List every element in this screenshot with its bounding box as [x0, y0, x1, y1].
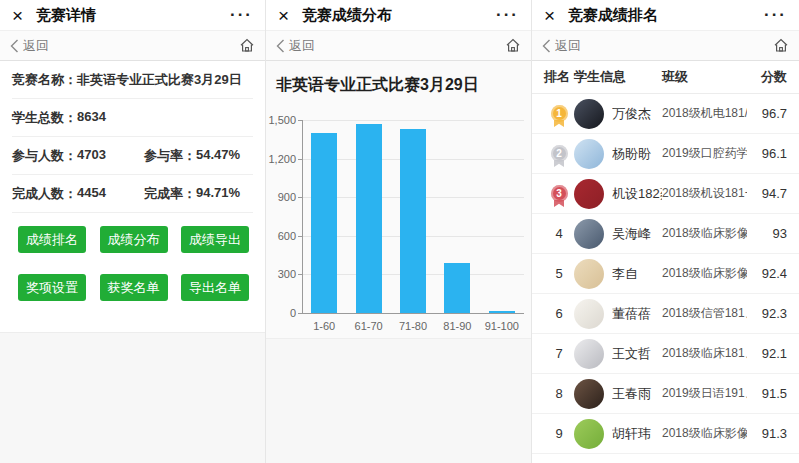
bar-81-90	[444, 263, 470, 313]
page-footer-area	[266, 338, 531, 463]
back-label: 返回	[23, 37, 49, 55]
bronze-medal-icon: 3	[551, 185, 568, 202]
student-name: 杨盼盼	[612, 145, 662, 163]
table-row[interactable]: 5李自2018级临床影像92.4	[532, 254, 799, 294]
action-button[interactable]: 成绩导出	[181, 226, 249, 253]
close-icon[interactable]: ×	[544, 6, 555, 25]
close-icon[interactable]: ×	[12, 6, 23, 25]
column-score: 分数	[747, 68, 787, 86]
window-title: 竞赛成绩排名	[568, 6, 764, 25]
panel-score-ranking: × 竞赛成绩排名 ··· 返回 排名 学生信息 班级 分数 1万俊杰2018级机…	[532, 0, 799, 463]
avatar	[574, 139, 604, 169]
nav-bar: 返回	[0, 31, 265, 61]
nav-bar: 返回	[532, 31, 799, 61]
class-name: 2019级日语191、...	[662, 385, 747, 402]
nav-bar: 返回	[266, 31, 531, 61]
class-name: 2018级机电181/1...	[662, 105, 747, 122]
score-value: 91.3	[747, 426, 787, 441]
action-button[interactable]: 导出名单	[181, 274, 249, 301]
score-value: 92.1	[747, 346, 787, 361]
chevron-left-icon	[276, 39, 285, 53]
page-footer-area	[0, 332, 265, 463]
score-value: 92.3	[747, 306, 787, 321]
rank-cell: 2	[544, 145, 574, 162]
info-value: 4703	[77, 147, 106, 165]
student-name: 王春雨	[612, 385, 662, 403]
titlebar: × 竞赛成绩排名 ···	[532, 0, 799, 31]
y-axis-line	[302, 120, 303, 314]
back-button[interactable]: 返回	[10, 37, 49, 55]
rank-cell: 3	[544, 185, 574, 202]
avatar	[574, 339, 604, 369]
action-button[interactable]: 成绩分布	[100, 226, 168, 253]
info-row: 参与人数：4703参与率：54.47%	[12, 137, 253, 175]
y-axis-label: 1,500	[266, 114, 296, 126]
info-field: 参与率：54.47%	[144, 147, 240, 165]
x-axis-line	[302, 313, 524, 314]
info-label: 参与率：	[144, 147, 196, 165]
avatar	[574, 299, 604, 329]
rank-cell: 4	[544, 226, 574, 241]
action-button[interactable]: 成绩排名	[18, 226, 86, 253]
home-icon[interactable]	[505, 38, 521, 53]
x-axis-label: 61-70	[346, 320, 392, 332]
titlebar: × 竞赛成绩分布 ···	[266, 0, 531, 31]
info-value: 非英语专业正式比赛3月29日	[77, 71, 242, 89]
avatar	[574, 219, 604, 249]
home-icon[interactable]	[773, 38, 789, 53]
student-name: 机设182蔡...	[612, 185, 662, 203]
rank-cell: 5	[544, 266, 574, 281]
y-axis-label: 1,200	[266, 153, 296, 165]
home-icon[interactable]	[239, 38, 255, 53]
gridline	[302, 120, 524, 121]
info-field: 学生总数：8634	[12, 109, 144, 127]
student-name: 万俊杰	[612, 105, 662, 123]
bar-91-100	[489, 311, 515, 313]
back-label: 返回	[289, 37, 315, 55]
info-label: 学生总数：	[12, 109, 77, 127]
table-row[interactable]: 7王文哲2018级临床181、292.1	[532, 334, 799, 374]
class-name: 2018级临床影像	[662, 265, 747, 282]
action-button[interactable]: 奖项设置	[18, 274, 86, 301]
table-row[interactable]: 1万俊杰2018级机电181/1...96.7	[532, 94, 799, 134]
info-value: 8634	[77, 109, 106, 127]
info-value: 94.71%	[196, 185, 240, 203]
info-value: 4454	[77, 185, 106, 203]
rank-cell: 9	[544, 426, 574, 441]
action-button-grid: 成绩排名成绩分布成绩导出奖项设置获奖名单导出名单	[0, 213, 265, 301]
column-class: 班级	[662, 68, 747, 86]
bar-1-60	[311, 133, 337, 313]
table-row[interactable]: 2杨盼盼2019级口腔药学19396.1	[532, 134, 799, 174]
info-field: 参与人数：4703	[12, 147, 144, 165]
info-value: 54.47%	[196, 147, 240, 165]
window-title: 竞赛成绩分布	[302, 6, 496, 25]
y-axis-label: 900	[266, 191, 296, 203]
chevron-left-icon	[542, 39, 551, 53]
class-name: 2018级临床影像	[662, 225, 747, 242]
more-menu-icon[interactable]: ···	[764, 10, 787, 20]
x-axis-label: 71-80	[390, 320, 436, 332]
close-icon[interactable]: ×	[278, 6, 289, 25]
class-name: 2018级信管181、...	[662, 305, 747, 322]
info-field: 完成人数：4454	[12, 185, 144, 203]
class-name: 2018级机设181+1...	[662, 185, 747, 202]
more-menu-icon[interactable]: ···	[230, 10, 253, 20]
table-row[interactable]: 9胡轩玮2018级临床影像91.3	[532, 414, 799, 454]
class-name: 2019级口腔药学193	[662, 145, 747, 162]
panel-competition-details: × 竞赛详情 ··· 返回 竞赛名称：非英语专业正式比赛3月29日学生总数：86…	[0, 0, 266, 463]
info-label: 完成人数：	[12, 185, 77, 203]
table-row[interactable]: 6董蓓蓓2018级信管181、...92.3	[532, 294, 799, 334]
more-menu-icon[interactable]: ···	[496, 10, 519, 20]
table-row[interactable]: 4吴海峰2018级临床影像93	[532, 214, 799, 254]
avatar	[574, 419, 604, 449]
back-button[interactable]: 返回	[276, 37, 315, 55]
table-row[interactable]: 8王春雨2019级日语191、...91.5	[532, 374, 799, 414]
action-button[interactable]: 获奖名单	[100, 274, 168, 301]
back-button[interactable]: 返回	[542, 37, 581, 55]
score-value: 93	[747, 226, 787, 241]
ranking-table-body: 1万俊杰2018级机电181/1...96.72杨盼盼2019级口腔药学1939…	[532, 94, 799, 454]
score-value: 92.4	[747, 266, 787, 281]
avatar	[574, 259, 604, 289]
back-label: 返回	[555, 37, 581, 55]
table-row[interactable]: 3机设182蔡...2018级机设181+1...94.7	[532, 174, 799, 214]
